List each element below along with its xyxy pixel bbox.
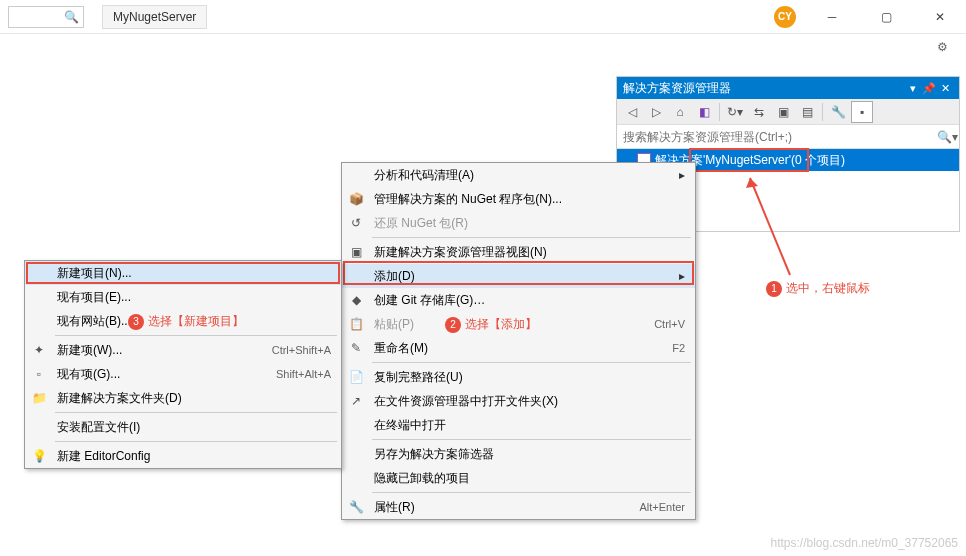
menu-item-shortcut: Alt+Enter	[639, 501, 685, 513]
menu-item: ↺还原 NuGet 包(R)	[342, 211, 695, 235]
properties-icon[interactable]: 🔧	[827, 101, 849, 123]
forward-icon[interactable]: ▷	[645, 101, 667, 123]
menu-item[interactable]: ✎重命名(M)F2	[342, 336, 695, 360]
menu-item-icon: ↗	[342, 394, 370, 408]
annotation-number-1: 1	[766, 281, 782, 297]
annotation-1: 1 选中，右键鼠标	[766, 280, 870, 297]
titlebar: 🔍 MyNugetServer CY ─ ▢ ✕	[0, 0, 966, 34]
maximize-button[interactable]: ▢	[868, 4, 904, 30]
menu-item-icon: ↺	[342, 216, 370, 230]
menu-item[interactable]: 添加(D)▸	[342, 264, 695, 288]
menu-item[interactable]: 📁新建解决方案文件夹(D)	[25, 386, 341, 410]
annotation-number-2: 2	[445, 317, 461, 333]
minimize-button[interactable]: ─	[814, 4, 850, 30]
menu-item-label: 新建项目(N)...	[53, 265, 331, 282]
annotation-text-1: 选中，右键鼠标	[786, 280, 870, 297]
menu-item-label: 重命名(M)	[370, 340, 672, 357]
menu-item-label: 添加(D)	[370, 268, 673, 285]
annotation-text-3: 选择【新建项目】	[148, 313, 244, 330]
settings-icon[interactable]: ⚙	[937, 40, 948, 54]
menu-item-label: 属性(R)	[370, 499, 639, 516]
menu-item-label: 隐藏已卸载的项目	[370, 470, 685, 487]
panel-search-input[interactable]	[617, 130, 935, 144]
panel-header: 解决方案资源管理器 ▾ 📌 ✕	[617, 77, 959, 99]
menu-item-label: 另存为解决方案筛选器	[370, 446, 685, 463]
panel-dropdown-icon[interactable]: ▾	[905, 82, 921, 95]
menu-separator	[372, 439, 691, 440]
panel-search-icon[interactable]: 🔍▾	[935, 130, 959, 144]
annotation-3: 3 选择【新建项目】	[128, 313, 244, 330]
menu-item-icon: ▣	[342, 245, 370, 259]
menu-item[interactable]: 新建项目(N)...	[25, 261, 341, 285]
menu-item[interactable]: 🔧属性(R)Alt+Enter	[342, 495, 695, 519]
menu-item[interactable]: ◆创建 Git 存储库(G)…	[342, 288, 695, 312]
menu-item-icon: 🔧	[342, 500, 370, 514]
panel-title: 解决方案资源管理器	[623, 80, 731, 97]
menu-item-label: 还原 NuGet 包(R)	[370, 215, 685, 232]
menu-separator	[55, 412, 337, 413]
menu-item-shortcut: F2	[672, 342, 685, 354]
menu-item[interactable]: 📦管理解决方案的 NuGet 程序包(N)...	[342, 187, 695, 211]
menu-item-label: 分析和代码清理(A)	[370, 167, 673, 184]
watermark: https://blog.csdn.net/m0_37752065	[771, 536, 958, 550]
menu-item[interactable]: ↗在文件资源管理器中打开文件夹(X)	[342, 389, 695, 413]
menu-item-label: 新建解决方案资源管理器视图(N)	[370, 244, 685, 261]
menu-item-label: 在文件资源管理器中打开文件夹(X)	[370, 393, 685, 410]
menu-item-label: 创建 Git 存储库(G)…	[370, 292, 685, 309]
menu-item[interactable]: 现有项目(E)...	[25, 285, 341, 309]
annotation-text-2: 选择【添加】	[465, 316, 537, 333]
menu-item[interactable]: 隐藏已卸载的项目	[342, 466, 695, 490]
menu-item[interactable]: ▣新建解决方案资源管理器视图(N)	[342, 240, 695, 264]
menu-item[interactable]: 📄复制完整路径(U)	[342, 365, 695, 389]
context-menu-main: 分析和代码清理(A)▸📦管理解决方案的 NuGet 程序包(N)...↺还原 N…	[341, 162, 696, 520]
menu-item-shortcut: Ctrl+Shift+A	[272, 344, 331, 356]
panel-search: 🔍▾	[617, 125, 959, 149]
show-all-icon[interactable]: ▣	[772, 101, 794, 123]
menu-item[interactable]: ▫现有项(G)...Shift+Alt+A	[25, 362, 341, 386]
submenu-arrow-icon: ▸	[673, 168, 685, 182]
sync-icon[interactable]: ◧	[693, 101, 715, 123]
menu-item-label: 新建解决方案文件夹(D)	[53, 390, 331, 407]
menu-item-icon: ▫	[25, 367, 53, 381]
menu-item-label: 在终端中打开	[370, 417, 685, 434]
collapse-icon[interactable]: ⇆	[748, 101, 770, 123]
menu-item-icon: 💡	[25, 449, 53, 463]
menu-item-icon: ✦	[25, 343, 53, 357]
menu-item-label: 复制完整路径(U)	[370, 369, 685, 386]
annotation-2: 2 选择【添加】	[445, 316, 537, 333]
user-avatar[interactable]: CY	[774, 6, 796, 28]
preview-icon[interactable]: ▤	[796, 101, 818, 123]
menu-item[interactable]: 安装配置文件(I)	[25, 415, 341, 439]
menu-separator	[372, 492, 691, 493]
menu-item[interactable]: 💡新建 EditorConfig	[25, 444, 341, 468]
close-button[interactable]: ✕	[922, 4, 958, 30]
menu-item-shortcut: Ctrl+V	[654, 318, 685, 330]
titlebar-controls: CY ─ ▢ ✕	[774, 4, 958, 30]
toolstrip: ⚙	[0, 34, 966, 60]
menu-separator	[372, 237, 691, 238]
menu-item-label: 管理解决方案的 NuGet 程序包(N)...	[370, 191, 685, 208]
menu-item-label: 现有项(G)...	[53, 366, 276, 383]
menu-item-icon: 📄	[342, 370, 370, 384]
panel-close-icon[interactable]: ✕	[937, 82, 953, 95]
menu-item[interactable]: 另存为解决方案筛选器	[342, 442, 695, 466]
back-icon[interactable]: ◁	[621, 101, 643, 123]
view-icon[interactable]: ▪	[851, 101, 873, 123]
menu-item-icon: ◆	[342, 293, 370, 307]
menu-separator	[372, 362, 691, 363]
menu-item-shortcut: Shift+Alt+A	[276, 368, 331, 380]
quick-search-box[interactable]: 🔍	[8, 6, 84, 28]
menu-item[interactable]: 在终端中打开	[342, 413, 695, 437]
menu-item-label: 新建项(W)...	[53, 342, 272, 359]
refresh-icon[interactable]: ↻▾	[724, 101, 746, 123]
menu-item-label: 新建 EditorConfig	[53, 448, 331, 465]
menu-item-icon: 📁	[25, 391, 53, 405]
menu-item-icon: ✎	[342, 341, 370, 355]
panel-toolbar: ◁ ▷ ⌂ ◧ ↻▾ ⇆ ▣ ▤ 🔧 ▪	[617, 99, 959, 125]
submenu-arrow-icon: ▸	[673, 269, 685, 283]
menu-item[interactable]: ✦新建项(W)...Ctrl+Shift+A	[25, 338, 341, 362]
home-icon[interactable]: ⌂	[669, 101, 691, 123]
panel-pin-icon[interactable]: 📌	[921, 82, 937, 95]
search-icon: 🔍	[64, 10, 79, 24]
menu-item[interactable]: 分析和代码清理(A)▸	[342, 163, 695, 187]
